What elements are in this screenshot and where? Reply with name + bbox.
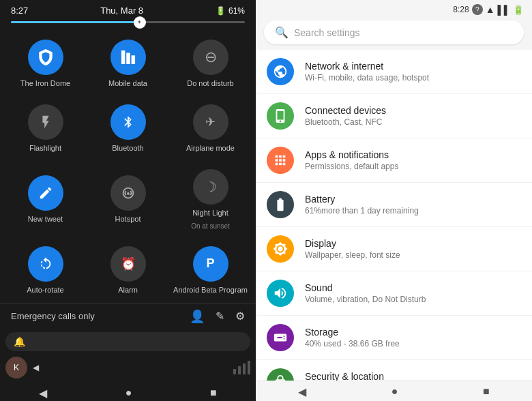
right-nav-home[interactable]: ● (391, 385, 398, 398)
tile-new-tweet[interactable]: New tweet (5, 161, 85, 235)
apps-title: Apps & notifications (305, 149, 521, 160)
brightness-fill (11, 21, 140, 23)
settings-item-storage[interactable]: Storage 40% used - 38.66 GB free (256, 316, 532, 360)
storage-text: Storage 40% used - 38.66 GB free (305, 327, 521, 348)
tile-auto-rotate[interactable]: Auto-rotate (5, 238, 85, 300)
devices-text: Connected devices Bluetooth, Cast, NFC (305, 105, 521, 127)
flashlight-icon (28, 104, 63, 140)
bottom-bar-icons: 👤 ✎ ⚙ (190, 309, 245, 324)
devices-subtitle: Bluetooth, Cast, NFC (305, 117, 521, 127)
auto-rotate-label: Auto-rotate (27, 286, 63, 295)
search-placeholder: Search settings (294, 27, 360, 38)
devices-icon-wrap (267, 102, 294, 130)
settings-list: Network & internet Wi-Fi, mobile, data u… (256, 50, 532, 381)
right-nav-recents[interactable]: ■ (483, 385, 490, 398)
right-time: 8:28 (453, 5, 469, 14)
display-subtitle: Wallpaper, sleep, font size (305, 250, 521, 260)
hotspot-label: Hotspot (115, 215, 141, 224)
display-icon-wrap (267, 235, 294, 263)
battery-pct: 61% (228, 6, 245, 16)
right-status-bar: 8:28 ? ▲ ▌▌ 🔋 (256, 0, 532, 18)
devices-title: Connected devices (305, 105, 521, 116)
left-status-bar: 8:27 Thu, Mar 8 🔋 61% (0, 0, 256, 18)
left-nav-home[interactable]: ● (125, 387, 132, 400)
sound-title: Sound (305, 282, 521, 293)
security-icon-wrap (267, 368, 294, 381)
notification-preview: K ◀ (0, 354, 256, 383)
settings-search[interactable]: 🔍 Search settings (264, 20, 524, 44)
user-icon[interactable]: 👤 (190, 309, 205, 324)
emergency-calls-text: Emergency calls only (11, 311, 184, 321)
notif-name: ◀ (33, 363, 39, 372)
edit-icon[interactable]: ✎ (216, 310, 224, 323)
network-text: Network & internet Wi-Fi, mobile, data u… (305, 61, 521, 83)
apps-text: Apps & notifications Permissions, defaul… (305, 149, 521, 171)
security-title: Security & location (305, 371, 521, 381)
display-text: Display Wallpaper, sleep, font size (305, 238, 521, 260)
tile-airplane[interactable]: ✈ Airplane mode (171, 96, 250, 158)
android-beta-label: Android Beta Program (173, 286, 248, 295)
dnd-icon: ⊖ (193, 40, 228, 75)
notif-bars (233, 361, 250, 374)
tile-bluetooth[interactable]: Bluetooth (88, 96, 168, 158)
network-icon-wrap (267, 58, 294, 85)
auto-rotate-icon (28, 246, 63, 282)
network-subtitle: Wi-Fi, mobile, data usage, hotspot (305, 73, 521, 83)
network-title: Network & internet (305, 61, 521, 72)
night-light-label: Night Light (192, 209, 228, 218)
apps-icon-wrap (267, 147, 294, 174)
alarm-label: Alarm (118, 286, 138, 295)
settings-icon[interactable]: ⚙ (235, 310, 245, 323)
settings-item-sound[interactable]: Sound Volume, vibration, Do Not Disturb (256, 271, 532, 316)
tile-hotspot[interactable]: Hotspot (88, 161, 168, 235)
settings-item-display[interactable]: Display Wallpaper, sleep, font size (256, 227, 532, 271)
brightness-thumb[interactable] (134, 16, 146, 29)
bluetooth-icon (110, 104, 146, 140)
tile-night-light[interactable]: ☽ Night Light On at sunset (171, 161, 250, 235)
tile-mobile-data[interactable]: Mobile data (88, 31, 168, 93)
tile-vpn[interactable]: The Iron Dome (5, 31, 85, 93)
settings-item-network[interactable]: Network & internet Wi-Fi, mobile, data u… (256, 50, 532, 94)
left-time: 8:27 (11, 5, 28, 16)
wifi-icon: ▲ (486, 4, 495, 15)
left-panel: 8:27 Thu, Mar 8 🔋 61% The Iron Dome Mobi… (0, 0, 256, 401)
mobile-data-icon (110, 40, 146, 75)
flashlight-label: Flashlight (29, 144, 61, 153)
tile-android-beta[interactable]: P Android Beta Program (171, 238, 250, 300)
bluetooth-label: Bluetooth (112, 144, 143, 153)
left-nav-recents[interactable]: ■ (210, 387, 217, 400)
brightness-row[interactable] (0, 18, 256, 29)
battery-icon-wrap (267, 191, 294, 218)
right-nav-back[interactable]: ◀ (298, 385, 306, 398)
right-battery-icon: 🔋 (513, 5, 524, 15)
new-tweet-icon (28, 175, 63, 211)
storage-title: Storage (305, 327, 521, 338)
new-tweet-label: New tweet (28, 215, 63, 224)
tile-dnd[interactable]: ⊖ Do not disturb (171, 31, 250, 93)
left-bottom-bar: Emergency calls only 👤 ✎ ⚙ (0, 303, 256, 329)
notif-avatar: K (5, 357, 27, 378)
settings-item-devices[interactable]: Connected devices Bluetooth, Cast, NFC (256, 94, 532, 138)
alarm-icon: ⏰ (110, 246, 146, 282)
brightness-bar[interactable] (11, 21, 245, 23)
night-light-sublabel: On at sunset (191, 222, 230, 230)
tile-alarm[interactable]: ⏰ Alarm (88, 238, 168, 300)
mobile-data-label: Mobile data (108, 79, 147, 88)
sound-text: Sound Volume, vibration, Do Not Disturb (305, 282, 521, 304)
notification-search-bar[interactable]: 🔔 (5, 332, 250, 351)
notification-icon: 🔔 (14, 336, 25, 347)
android-beta-icon: P (193, 246, 228, 282)
settings-item-security[interactable]: Security & location Play Protect, screen… (256, 360, 532, 381)
left-nav-bar: ◀ ● ■ (0, 383, 256, 401)
battery-text: Battery 61%more than 1 day remaining (305, 194, 521, 216)
settings-item-apps[interactable]: Apps & notifications Permissions, defaul… (256, 138, 532, 183)
battery-icon: 🔋 (216, 6, 226, 16)
left-nav-back[interactable]: ◀ (39, 387, 47, 400)
storage-icon-wrap (267, 324, 294, 351)
settings-item-battery[interactable]: Battery 61%more than 1 day remaining (256, 183, 532, 227)
storage-subtitle: 40% used - 38.66 GB free (305, 339, 521, 348)
help-icon: ? (472, 4, 483, 15)
tile-flashlight[interactable]: Flashlight (5, 96, 85, 158)
hotspot-icon (110, 175, 146, 211)
display-title: Display (305, 238, 521, 249)
